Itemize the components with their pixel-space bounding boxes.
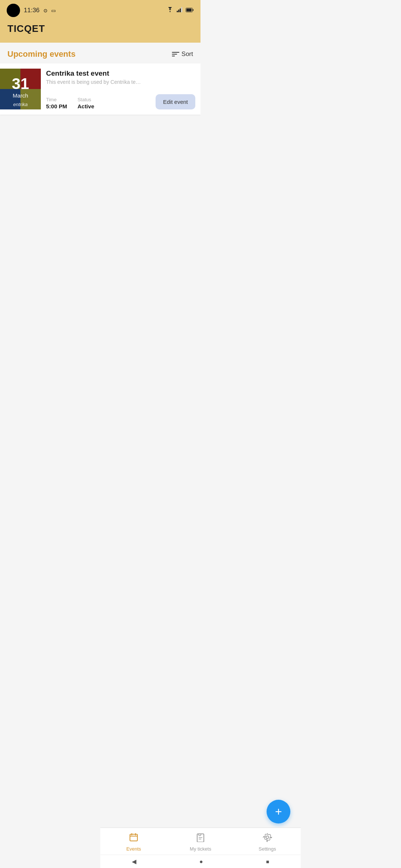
status-bar: 11:36 ⊙ ▭	[0, 0, 200, 19]
svg-rect-3	[180, 9, 181, 12]
svg-rect-1	[177, 11, 178, 12]
svg-point-0	[170, 11, 170, 12]
status-label: Status	[78, 97, 94, 102]
sort-button[interactable]: Sort	[172, 50, 193, 58]
svg-rect-6	[186, 9, 192, 11]
event-info: Centrika test event This event is being …	[46, 69, 195, 109]
event-description: This event is being used by Centrika tea…	[46, 79, 143, 85]
svg-rect-4	[181, 7, 182, 12]
svg-rect-7	[193, 9, 193, 11]
signal-icon	[177, 7, 183, 14]
media-icon: ⊙	[43, 8, 48, 13]
time-label: Time	[46, 97, 67, 102]
clipboard-icon: ▭	[51, 8, 56, 13]
main-content: Upcoming events Sort 31 March entrika	[0, 43, 200, 115]
event-status-group: Status Active	[78, 97, 94, 109]
status-bar-right	[166, 7, 194, 14]
wifi-icon	[166, 7, 174, 14]
edit-event-button[interactable]: Edit event	[156, 94, 195, 109]
event-time-group: Time 5:00 PM	[46, 97, 67, 109]
event-month: March	[13, 92, 28, 99]
sort-label: Sort	[182, 50, 193, 58]
app-title: TICQET	[7, 23, 193, 34]
time-value: 5:00 PM	[46, 103, 67, 109]
event-meta: Time 5:00 PM Status Active Edit event	[46, 94, 195, 109]
status-time: 11:36	[24, 7, 40, 14]
event-thumbnail: 31 March entrika	[0, 69, 41, 109]
sort-icon	[172, 52, 179, 56]
status-value: Active	[78, 103, 94, 109]
section-header: Upcoming events Sort	[0, 43, 200, 63]
section-title: Upcoming events	[7, 49, 75, 59]
app-header: TICQET	[0, 19, 200, 43]
event-card: 31 March entrika Centrika test event Thi…	[0, 63, 200, 115]
event-day: 31	[12, 76, 29, 92]
notification-dot	[7, 4, 20, 17]
battery-icon	[186, 7, 194, 14]
event-name: Centrika test event	[46, 69, 195, 78]
status-bar-left: 11:36 ⊙ ▭	[7, 4, 56, 17]
svg-rect-2	[178, 10, 179, 12]
event-brand: entrika	[0, 102, 41, 107]
